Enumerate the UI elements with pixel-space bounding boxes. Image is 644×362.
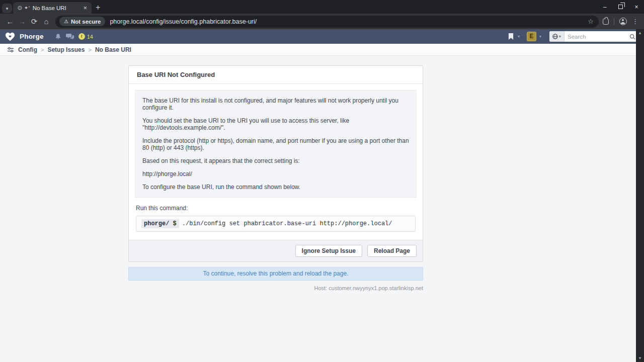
toolbar-divider <box>614 18 614 25</box>
screen: ▾ ⚙ ✦+ No Base URI × + – × ← → ⟳ ⌂ ⚠ Not… <box>0 0 644 362</box>
browser-tab-strip: ▾ ⚙ ✦+ No Base URI × + – × <box>0 0 644 14</box>
issue-paragraph: You should set the base URI to the URI y… <box>142 117 409 131</box>
brand-name[interactable]: Phorge <box>20 33 44 40</box>
back-button[interactable]: ← <box>4 16 16 28</box>
breadcrumb-separator: > <box>88 47 91 53</box>
browser-toolbar: ← → ⟳ ⌂ ⚠ Not secure phorge.local/config… <box>0 14 644 29</box>
breadcrumb-no-base-uri[interactable]: No Base URI <box>95 46 131 53</box>
alert-circle-icon: ! <box>78 33 85 40</box>
setup-issues-badge[interactable]: ! 14 <box>78 33 93 40</box>
bookmark-star-icon[interactable]: ☆ <box>587 18 595 25</box>
security-chip[interactable]: ⚠ Not secure <box>59 17 105 26</box>
user-menu-caret-icon[interactable]: ▾ <box>539 34 541 39</box>
conpherence-chat-icon[interactable] <box>66 33 74 40</box>
shell-prompt: phorge/ $ <box>141 219 179 228</box>
scroll-up-icon[interactable]: ▲ <box>638 29 642 37</box>
issue-actions: Ignore Setup Issue Reload Page <box>129 240 423 261</box>
setup-issue-card: Base URI Not Configured The base URI for… <box>128 65 423 262</box>
scroll-down-icon[interactable]: ▼ <box>638 354 642 362</box>
breadcrumb-setup-issues[interactable]: Setup Issues <box>47 46 85 53</box>
phorge-header: Phorge ! 14 ▾ E ▾ ▾ <box>0 29 644 44</box>
phorge-logo-icon[interactable] <box>5 32 15 41</box>
command-code-block: phorge/ $./bin/config set phabricator.ba… <box>136 216 416 232</box>
gear-icon: ⚙ <box>17 5 23 12</box>
favorites-caret-icon[interactable]: ▾ <box>518 34 520 39</box>
window-minimize-button[interactable]: – <box>601 4 608 11</box>
ignore-setup-issue-button[interactable]: Ignore Setup Issue <box>295 245 362 257</box>
toolbar-right: ⋮ <box>603 18 638 25</box>
home-button[interactable]: ⌂ <box>40 16 52 28</box>
alert-count: 14 <box>87 34 93 40</box>
page-scrollbar[interactable]: ▲ ▼ <box>636 29 644 362</box>
browser-menu-icon[interactable]: ⋮ <box>632 18 638 25</box>
new-tab-button[interactable]: + <box>96 3 100 12</box>
page-content: Base URI Not Configured The base URI for… <box>0 56 644 362</box>
host-info: Host: customer.nwyynyx1.pop.starlinkisp.… <box>128 285 423 291</box>
header-right: ▾ E ▾ ▾ <box>508 31 639 42</box>
issue-description-box: The base URI for this install is not con… <box>135 90 417 198</box>
favorites-bookmark-icon[interactable] <box>508 33 514 40</box>
search-input[interactable] <box>565 34 629 40</box>
window-controls: – × <box>601 0 640 14</box>
profile-icon[interactable] <box>619 18 627 25</box>
breadcrumb: Config > Setup Issues > No Base URI <box>0 44 644 56</box>
chevron-down-icon: ▾ <box>6 6 9 11</box>
tab-title: No Base URI <box>33 5 82 11</box>
issue-suggested-uri: http://phorge.local/ <box>142 170 409 177</box>
url-text: phorge.local/config/issue/config.phabric… <box>110 18 587 25</box>
tab-search-button[interactable]: ▾ <box>2 4 12 13</box>
reload-button[interactable]: ⟳ <box>28 16 40 28</box>
resolve-notice: To continue, resolve this problem and re… <box>128 267 423 281</box>
warning-icon: ⚠ <box>64 19 68 24</box>
window-close-button[interactable]: × <box>633 4 640 11</box>
notifications-bell-icon[interactable] <box>55 33 61 40</box>
window-restore-button[interactable] <box>618 5 623 9</box>
issue-title: Base URI Not Configured <box>129 66 423 84</box>
reload-page-button[interactable]: Reload Page <box>367 245 417 257</box>
tab-close-icon[interactable]: × <box>82 4 89 12</box>
global-search: ▾ <box>549 31 639 42</box>
browser-tab[interactable]: ⚙ ✦+ No Base URI × <box>13 2 92 14</box>
run-command-label: Run this command: <box>136 205 416 212</box>
sliders-icon <box>7 47 14 53</box>
user-avatar[interactable]: E <box>527 32 536 41</box>
search-scope-selector[interactable]: ▾ <box>549 31 565 42</box>
address-bar[interactable]: ⚠ Not secure phorge.local/config/issue/c… <box>55 16 599 28</box>
shell-command: ./bin/config set phabricator.base-uri ht… <box>182 220 392 227</box>
issue-paragraph: Based on this request, it appears that t… <box>142 157 409 164</box>
sparkle-icon: ✦+ <box>24 5 30 11</box>
issue-body: The base URI for this install is not con… <box>129 84 423 240</box>
extensions-icon[interactable] <box>603 19 609 25</box>
search-scope-caret-icon: ▾ <box>559 34 561 39</box>
issue-paragraph: To configure the base URI, run the comma… <box>142 184 409 191</box>
issue-paragraph: Include the protocol (http or https), do… <box>142 137 409 151</box>
forward-button[interactable]: → <box>16 16 28 28</box>
security-label: Not secure <box>71 19 101 25</box>
issue-paragraph: The base URI for this install is not con… <box>142 97 409 111</box>
globe-icon <box>552 34 558 39</box>
breadcrumb-config[interactable]: Config <box>18 46 37 53</box>
breadcrumb-separator: > <box>41 47 44 53</box>
